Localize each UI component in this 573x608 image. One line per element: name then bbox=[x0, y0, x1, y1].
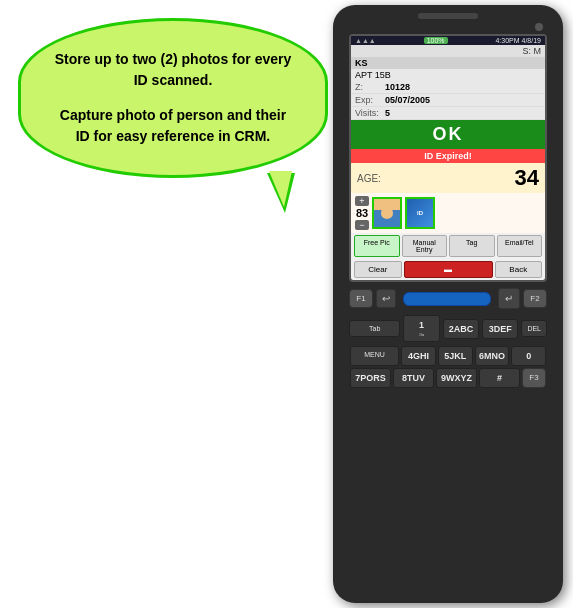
s-value: S: M bbox=[522, 46, 541, 56]
num-row-1: MENU 4GHI 5JKL 6MNO 0 bbox=[349, 346, 547, 366]
age-value: 34 bbox=[515, 165, 539, 191]
speaker bbox=[418, 13, 478, 19]
time-display: 4:30PM 4/8/19 bbox=[495, 37, 541, 44]
num-row-2: 7PORS 8TUV 9WXYZ # F3 bbox=[349, 368, 547, 388]
email-tel-button[interactable]: Email/Tel bbox=[497, 235, 543, 257]
back-button[interactable]: Back bbox=[495, 261, 543, 278]
photo-thumb-id[interactable]: ID bbox=[405, 197, 435, 229]
exp-label: Exp: bbox=[355, 95, 385, 105]
apt-row: APT 15B bbox=[351, 69, 545, 81]
age-label: AGE: bbox=[357, 173, 381, 184]
f1-key[interactable]: F1 bbox=[349, 289, 373, 308]
key-6mno[interactable]: 6MNO bbox=[475, 346, 510, 366]
exp-row: Exp: 05/07/2005 bbox=[351, 94, 545, 107]
name-row: KS bbox=[351, 57, 545, 69]
id-photo: ID bbox=[407, 199, 433, 227]
blue-key bbox=[403, 292, 491, 306]
camera-row bbox=[345, 23, 551, 31]
counter-section: + 83 − bbox=[355, 195, 369, 231]
bottom-action-row: Clear ▬ Back bbox=[351, 259, 545, 280]
clear-button[interactable]: Clear bbox=[354, 261, 402, 278]
free-pic-button[interactable]: Free Pic bbox=[354, 235, 400, 257]
ok-text: OK bbox=[433, 124, 464, 145]
key-7pors[interactable]: 7PORS bbox=[350, 368, 391, 388]
scan-button[interactable]: ▬ bbox=[404, 261, 493, 278]
camera bbox=[535, 23, 543, 31]
device-top bbox=[333, 5, 563, 34]
key-9wxyz[interactable]: 9WXYZ bbox=[436, 368, 477, 388]
zip-row: Z: 10128 bbox=[351, 81, 545, 94]
key-1[interactable]: 1aₒ bbox=[403, 315, 439, 342]
tab-del-row: Tab 1aₒ 2ABC 3DEF DEL bbox=[349, 313, 547, 344]
photo-thumb-person[interactable] bbox=[372, 197, 402, 229]
signal-icon: ▲▲▲ bbox=[355, 37, 376, 44]
del-key[interactable]: DEL bbox=[521, 320, 547, 337]
counter-minus-button[interactable]: − bbox=[355, 220, 369, 230]
visits-label: Visits: bbox=[355, 108, 385, 118]
device-screen: ▲▲▲ 100% 4:30PM 4/8/19 S: M KS APT 15B Z… bbox=[349, 34, 547, 282]
battery-indicator: 100% bbox=[424, 37, 448, 44]
bubble-line2: Capture photo of person and their ID for… bbox=[60, 107, 286, 144]
key-5jkl[interactable]: 5JKL bbox=[438, 346, 473, 366]
tag-button[interactable]: Tag bbox=[449, 235, 495, 257]
apt-value: APT 15B bbox=[355, 70, 391, 80]
photo-counter-row: + 83 − ID bbox=[351, 193, 545, 233]
bubble-line1: Store up to two (2) photos for every ID … bbox=[55, 51, 291, 88]
mobile-device: ▲▲▲ 100% 4:30PM 4/8/19 S: M KS APT 15B Z… bbox=[333, 5, 563, 603]
screen-header: ▲▲▲ 100% 4:30PM 4/8/19 bbox=[351, 36, 545, 45]
f2-key[interactable]: F2 bbox=[523, 289, 547, 308]
person-photo bbox=[374, 199, 400, 227]
id-expired-bar: ID Expired! bbox=[351, 149, 545, 163]
manual-entry-button[interactable]: Manual Entry bbox=[402, 235, 448, 257]
ok-bar: OK bbox=[351, 120, 545, 149]
counter-plus-button[interactable]: + bbox=[355, 196, 369, 206]
key-hash[interactable]: # bbox=[479, 368, 520, 388]
counter-value: 83 bbox=[356, 207, 368, 219]
key-0[interactable]: 0 bbox=[511, 346, 546, 366]
key-8tuv[interactable]: 8TUV bbox=[393, 368, 434, 388]
zip-value: 10128 bbox=[385, 82, 410, 92]
key-2abc[interactable]: 2ABC bbox=[443, 319, 479, 339]
exp-value: 05/07/2005 bbox=[385, 95, 430, 105]
menu-key[interactable]: MENU bbox=[350, 346, 399, 366]
name-value: KS bbox=[355, 58, 368, 68]
function-key-row: F1 ↩ ↵ F2 bbox=[349, 286, 547, 311]
s-row: S: M bbox=[351, 45, 545, 57]
age-row: AGE: 34 bbox=[351, 163, 545, 193]
f3-key[interactable]: F3 bbox=[522, 368, 546, 388]
device-keypad: F1 ↩ ↵ F2 Tab 1aₒ 2ABC 3DEF DEL MENU 4GH… bbox=[349, 286, 547, 390]
visits-value: 5 bbox=[385, 108, 390, 118]
zip-label: Z: bbox=[355, 82, 385, 92]
key-4ghi[interactable]: 4GHI bbox=[401, 346, 436, 366]
enter-key[interactable]: ↵ bbox=[498, 288, 520, 309]
back-arrow-key[interactable]: ↩ bbox=[376, 289, 396, 308]
tab-key[interactable]: Tab bbox=[349, 320, 400, 337]
action-buttons-row: Free Pic Manual Entry Tag Email/Tel bbox=[351, 233, 545, 259]
speech-bubble: Store up to two (2) photos for every ID … bbox=[18, 18, 328, 178]
visits-row: Visits: 5 bbox=[351, 107, 545, 120]
key-3def[interactable]: 3DEF bbox=[482, 319, 518, 339]
id-expired-text: ID Expired! bbox=[424, 151, 472, 161]
